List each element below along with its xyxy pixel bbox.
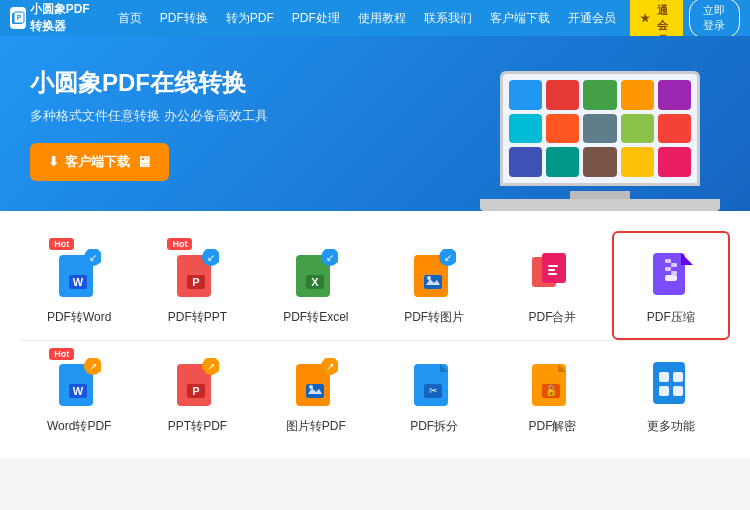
svg-text:P: P [16,14,21,21]
nav-home[interactable]: 首页 [110,0,150,36]
tool-grid: Hot W ↙ PDF转WordHot P ↙ PDF转PPT X ↙ PDF转… [20,231,730,448]
nav-pdf-process[interactable]: PDF处理 [284,0,348,36]
download-icon: ⬇ [48,154,59,169]
svg-rect-67 [673,372,683,382]
tool-label: PDF合并 [528,309,576,326]
logo-icon: P [10,7,26,29]
tool-label: PDF转Word [47,309,111,326]
svg-rect-31 [548,273,557,275]
tools-section: Hot W ↙ PDF转WordHot P ↙ PDF转PPT X ↙ PDF转… [0,211,750,458]
svg-rect-38 [665,275,677,281]
tool-item-PDF解密[interactable]: 🔓 PDF解密 [493,341,611,448]
screen-app-icon [658,80,691,110]
svg-text:W: W [73,385,84,397]
tool-icon-wrap: W ↙ [53,249,105,301]
tool-item-Word转PDF[interactable]: Hot W ↗ Word转PDF [20,341,138,448]
navbar: P 小圆象PDF转换器 首页 PDF转换 转为PDF PDF处理 使用教程 联系… [0,0,750,36]
svg-rect-69 [673,386,683,396]
tool-icon-wrap [645,358,697,410]
svg-text:↙: ↙ [207,252,215,263]
logo-text: 小圆象PDF转换器 [30,1,98,35]
svg-rect-37 [671,271,677,275]
screen-app-icon [546,80,579,110]
screen-app-icon [621,114,654,144]
tool-label: 更多功能 [647,418,695,435]
tool-label: PDF转Excel [283,309,348,326]
tool-item-图片转PDF[interactable]: ↗ 图片转PDF [257,341,375,448]
hero-illustration [480,71,720,211]
tool-item-PDF拆分[interactable]: ✂ PDF拆分 [375,341,493,448]
svg-text:P: P [193,276,200,288]
svg-point-54 [309,385,313,389]
svg-text:X: X [311,276,319,288]
tool-icon-wrap: W ↗ [53,358,105,410]
svg-marker-33 [681,253,693,265]
laptop-stand [570,191,630,199]
tool-icon-wrap: X ↙ [290,249,342,301]
tool-item-PPT转PDF[interactable]: P ↗ PPT转PDF [138,341,256,448]
nav-contact[interactable]: 联系我们 [416,0,480,36]
tool-item-更多功能[interactable]: 更多功能 [612,341,730,448]
tool-label: PDF转PPT [168,309,227,326]
tool-item-PDF转Word[interactable]: Hot W ↙ PDF转Word [20,231,138,340]
tool-icon-wrap: 🔓 [526,358,578,410]
screen-app-icon [621,147,654,177]
login-button[interactable]: 立即登录 [689,0,740,38]
svg-rect-28 [542,253,566,283]
nav-pdf-convert[interactable]: PDF转换 [152,0,216,36]
screen-app-icon [658,147,691,177]
svg-rect-65 [653,362,685,404]
tool-icon-wrap: P ↙ [171,249,223,301]
tool-item-PDF合并[interactable]: PDF合并 [493,231,611,340]
svg-text:🔓: 🔓 [545,384,558,397]
hot-badge: Hot [167,238,192,250]
svg-text:✂: ✂ [429,385,437,396]
tool-label: Word转PDF [47,418,111,435]
tool-label: 图片转PDF [286,418,346,435]
tool-item-PDF转图片[interactable]: ↙ PDF转图片 [375,231,493,340]
tool-label: PPT转PDF [168,418,227,435]
screen-app-icon [658,114,691,144]
tool-icon-wrap: ↙ [408,249,460,301]
tool-icon-wrap: P ↗ [171,358,223,410]
tool-icon-wrap: ↗ [290,358,342,410]
nav-client-download[interactable]: 客户端下载 [482,0,558,36]
tool-item-PDF压缩[interactable]: PDF压缩 [612,231,730,340]
svg-text:↗: ↗ [207,361,215,372]
nav-to-pdf[interactable]: 转为PDF [218,0,282,36]
logo[interactable]: P 小圆象PDF转换器 [10,1,98,35]
nav-tutorial[interactable]: 使用教程 [350,0,414,36]
download-label: 客户端下载 [65,153,130,171]
svg-text:W: W [73,276,84,288]
tool-label: PDF转图片 [404,309,464,326]
svg-text:P: P [193,385,200,397]
tool-item-PDF转PPT[interactable]: Hot P ↙ PDF转PPT [138,231,256,340]
svg-rect-34 [665,259,671,263]
screen-inner [503,74,697,183]
svg-text:↙: ↙ [89,252,97,263]
svg-rect-30 [548,269,555,271]
tool-label: PDF解密 [528,418,576,435]
screen-app-icon [509,114,542,144]
client-download-button[interactable]: ⬇ 客户端下载 🖥 [30,143,169,181]
laptop-screen [500,71,700,186]
tool-item-PDF转Excel[interactable]: X ↙ PDF转Excel [257,231,375,340]
svg-text:↙: ↙ [444,252,452,263]
svg-rect-68 [659,386,669,396]
svg-text:↗: ↗ [89,361,97,372]
svg-rect-66 [659,372,669,382]
svg-rect-29 [548,265,558,267]
tool-label: PDF拆分 [410,418,458,435]
svg-text:↙: ↙ [326,252,334,263]
svg-point-24 [427,276,431,280]
hot-badge: Hot [49,348,74,360]
hot-badge: Hot [49,238,74,250]
screen-app-icon [546,147,579,177]
tool-icon-wrap: ✂ [408,358,460,410]
tool-icon-wrap [526,249,578,301]
svg-rect-35 [671,263,677,267]
screen-app-icon [583,114,616,144]
svg-rect-36 [665,267,671,271]
hero-section: 小圆象PDF在线转换 多种格式文件任意转换 办公必备高效工具 ⬇ 客户端下载 🖥 [0,36,750,211]
nav-vip-open[interactable]: 开通会员 [560,0,624,36]
